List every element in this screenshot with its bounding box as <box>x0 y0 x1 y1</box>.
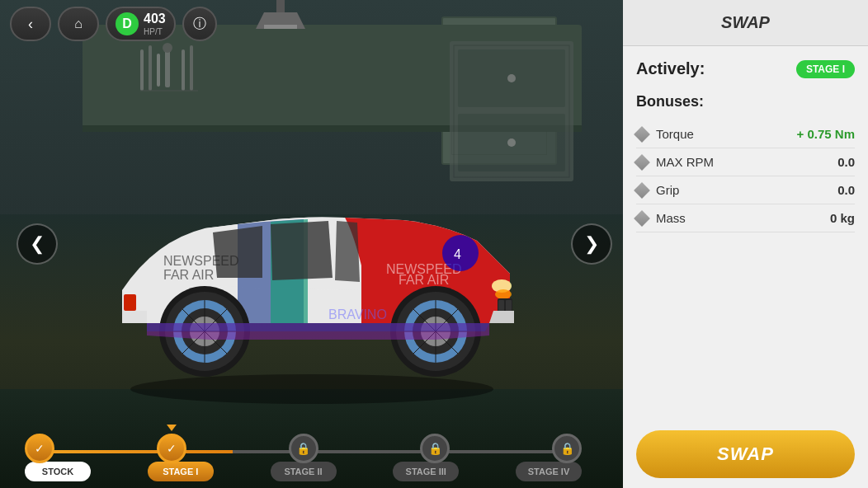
check-icon-stock: ✓ <box>35 442 45 455</box>
bonus-rpm: MAX RPM 0.0 <box>636 148 855 176</box>
actively-label: Actively: <box>636 59 705 78</box>
diamond-icon-grip <box>634 182 650 199</box>
stage-label-4[interactable]: STAGE IV <box>516 462 582 481</box>
stage-label-3[interactable]: STAGE III <box>393 462 459 481</box>
bonuses-section: Bonuses: Torque + 0.75 Nm MAX RPM 0.0 Gr… <box>636 93 855 232</box>
lock-icon-4: 🔒 <box>560 442 574 455</box>
stage-bar: ✓ ✓ 🔒 🔒 🔒 STOCK STAGE I STAGE II STAGE I… <box>0 414 623 488</box>
actively-row: Actively: STAGE I <box>636 59 855 78</box>
stage-node-3[interactable]: 🔒 <box>420 434 450 463</box>
bonus-mass: Mass 0 kg <box>636 204 855 232</box>
lock-icon-3: 🔒 <box>428 442 442 455</box>
svg-rect-23 <box>124 294 136 311</box>
bonus-torque: Torque + 0.75 Nm <box>636 120 855 148</box>
bonus-name-rpm: MAX RPM <box>656 155 829 169</box>
back-button[interactable]: ‹ <box>10 7 51 41</box>
panel-content: Actively: STAGE I Bonuses: Torque + 0.75… <box>623 46 868 420</box>
diamond-icon-mass <box>634 210 650 227</box>
svg-point-17 <box>130 374 493 404</box>
bonus-value-mass: 0 kg <box>830 211 855 225</box>
stage-node-2[interactable]: 🔒 <box>289 434 318 463</box>
stage-label-stock[interactable]: STOCK <box>25 462 91 481</box>
next-car-button[interactable]: ❯ <box>571 223 612 265</box>
grade-badge: D 403 HP/T <box>106 7 176 41</box>
left-arrow-icon: ❮ <box>30 233 45 255</box>
bonus-name-mass: Mass <box>656 211 822 225</box>
bonus-name-grip: Grip <box>656 183 829 197</box>
stage-label-1[interactable]: STAGE I <box>148 462 214 481</box>
grade-info: 403 HP/T <box>144 11 166 36</box>
lock-icon-2: 🔒 <box>296 442 310 455</box>
current-stage-badge: STAGE I <box>796 60 855 78</box>
grade-unit: HP/T <box>144 27 166 37</box>
svg-text:BRAVINO: BRAVINO <box>328 307 387 321</box>
diamond-icon-torque <box>634 126 650 143</box>
svg-point-19 <box>495 289 512 299</box>
svg-text:FAR AIR: FAR AIR <box>399 273 449 287</box>
stage-nodes: ✓ ✓ 🔒 🔒 🔒 <box>25 434 582 463</box>
bonus-name-torque: Torque <box>656 127 789 141</box>
info-button[interactable]: ⓘ <box>182 7 217 41</box>
prev-car-button[interactable]: ❮ <box>17 223 58 265</box>
grade-number: 403 <box>144 11 166 26</box>
stage-labels: STOCK STAGE I STAGE II STAGE III STAGE I… <box>25 462 582 481</box>
home-icon: ⌂ <box>74 16 83 31</box>
panel-title: SWAP <box>636 13 855 32</box>
grade-circle: D <box>116 12 139 35</box>
stage-label-2[interactable]: STAGE II <box>271 462 337 481</box>
bonus-grip: Grip 0.0 <box>636 176 855 204</box>
diamond-icon-rpm <box>634 154 650 171</box>
svg-text:FAR AIR: FAR AIR <box>163 268 214 282</box>
car-image: NEWSPEED FAR AIR NEWSPEED FAR AIR BRAVIN… <box>73 158 551 406</box>
home-button[interactable]: ⌂ <box>58 7 99 41</box>
back-icon: ‹ <box>28 16 33 33</box>
bonus-value-torque: + 0.75 Nm <box>797 127 855 141</box>
info-icon: ⓘ <box>193 16 206 33</box>
right-arrow-icon: ❯ <box>584 233 599 255</box>
svg-text:4: 4 <box>454 247 461 261</box>
right-panel: SWAP Actively: STAGE I Bonuses: Torque +… <box>623 0 868 488</box>
bonuses-title: Bonuses: <box>636 93 855 110</box>
panel-header: SWAP <box>623 0 868 46</box>
bonus-value-grip: 0.0 <box>837 183 855 197</box>
stage-node-stock[interactable]: ✓ <box>25 434 54 463</box>
stage-arrow <box>167 425 177 431</box>
stage-node-1[interactable]: ✓ <box>157 434 186 463</box>
svg-text:NEWSPEED: NEWSPEED <box>163 254 239 268</box>
stage-node-4[interactable]: 🔒 <box>552 434 582 463</box>
swap-button[interactable]: SWAP <box>636 430 855 478</box>
bonus-value-rpm: 0.0 <box>837 155 855 169</box>
grade-letter: D <box>122 16 132 31</box>
check-icon-1: ✓ <box>167 442 177 455</box>
